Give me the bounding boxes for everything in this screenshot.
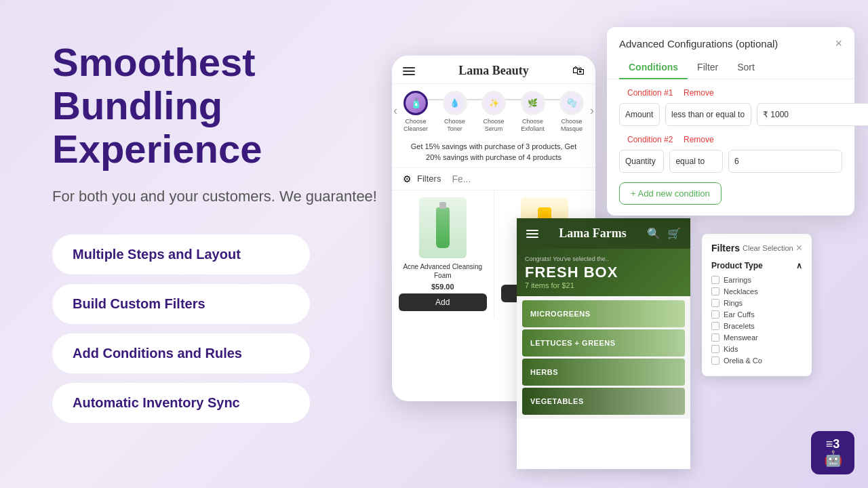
filter-label-earcuffs: Ear Cuffs bbox=[724, 310, 755, 319]
farms-panel: Lama Farms 🔍 🛒 Congrats! You've selected… bbox=[517, 218, 690, 469]
phone-savings-text: Get 15% savings with purchase of 3 produ… bbox=[392, 137, 595, 168]
filters-close-button[interactable]: × bbox=[796, 242, 802, 254]
feature-btn-add-conditions[interactable]: Add Conditions and Rules bbox=[52, 333, 310, 373]
filters-clear-selection-button[interactable]: Clear Selection bbox=[743, 244, 793, 252]
filter-checkbox-earcuffs[interactable] bbox=[711, 310, 719, 319]
filter-label-earrings: Earrings bbox=[724, 276, 751, 284]
filter-product-type-toggle[interactable]: Product Type ∧ bbox=[711, 261, 802, 270]
filter-label-bracelets: Bracelets bbox=[724, 322, 755, 330]
step-item-cleanser[interactable]: 🧴 ChooseCleanser bbox=[397, 91, 434, 133]
filter-options-list: Earrings Necklaces Rings Ear Cuffs Brace… bbox=[711, 276, 802, 365]
step-circle-exfoliant: 🌿 bbox=[521, 91, 545, 115]
chevron-up-icon: ∧ bbox=[796, 261, 802, 270]
tab-conditions[interactable]: Conditions bbox=[619, 56, 688, 79]
phone-filters-bar: ⚙ Filters Fe... bbox=[392, 168, 595, 190]
filter-category-label: Product Type bbox=[711, 261, 763, 270]
cart-icon[interactable]: 🛍 bbox=[572, 64, 585, 78]
filter-checkbox-orelia[interactable] bbox=[711, 357, 719, 365]
condition-1-value-input[interactable] bbox=[757, 103, 868, 126]
filter-label-necklaces: Necklaces bbox=[724, 287, 758, 296]
product-price-1: $59.00 bbox=[431, 283, 454, 291]
add-product-1-button[interactable]: Add bbox=[399, 293, 487, 311]
product-card-1: Acne Advanced Cleansing Foam $59.00 Add bbox=[392, 190, 494, 318]
config-header: Advanced Configurations (optional) × bbox=[607, 27, 854, 51]
config-title: Advanced Configurations (optional) bbox=[619, 38, 778, 49]
filter-checkbox-bracelets[interactable] bbox=[711, 322, 719, 330]
step-item-exfoliant[interactable]: 🌿 ChooseExfoliant bbox=[515, 91, 551, 133]
step-item-toner[interactable]: 💧 ChooseToner bbox=[437, 91, 473, 133]
filter-checkbox-rings[interactable] bbox=[711, 299, 719, 307]
step-circle-serum: ✨ bbox=[481, 91, 506, 115]
left-section: Smoothest Bundling Experience For both y… bbox=[52, 41, 384, 423]
filter-option-necklaces: Necklaces bbox=[711, 287, 802, 296]
condition-2-value-input[interactable] bbox=[728, 150, 842, 173]
brand-logo: ≡3 🤖 bbox=[811, 431, 854, 474]
farms-cart-icon[interactable]: 🛒 bbox=[667, 227, 681, 240]
step-label-masque: ChooseMasque bbox=[561, 118, 583, 133]
next-step-button[interactable]: › bbox=[590, 103, 594, 117]
feature-btn-build-filters[interactable]: Build Custom Filters bbox=[52, 284, 310, 324]
farms-banner-subtitle: 7 items for $21 bbox=[525, 281, 574, 289]
filter-option-rings: Rings bbox=[711, 299, 802, 307]
filter-label-kids: Kids bbox=[724, 345, 738, 353]
filter-label-orelia: Orelia & Co bbox=[724, 357, 762, 365]
step-indicators: ‹ 🧴 ChooseCleanser 💧 ChooseToner ✨ Choos… bbox=[392, 84, 595, 137]
product-name-1: Acne Advanced Cleansing Foam bbox=[399, 262, 487, 280]
condition-1-operator-select[interactable]: less than or equal to bbox=[665, 103, 751, 126]
step-item-masque[interactable]: 🫧 ChooseMasque bbox=[553, 91, 590, 133]
product-image-1 bbox=[419, 197, 467, 258]
condition-1-field-select[interactable]: Amount bbox=[619, 103, 660, 126]
step-circle-cleanser: 🧴 bbox=[403, 91, 428, 115]
condition-2-block: Condition #2 Remove Quantity equal to bbox=[607, 126, 854, 173]
category-microgreens-button[interactable]: MICROGREENS bbox=[522, 300, 685, 327]
feature-btn-multiple-steps[interactable]: Multiple Steps and Layout bbox=[52, 235, 310, 274]
hamburger-icon[interactable] bbox=[403, 67, 415, 75]
config-panel: Advanced Configurations (optional) × Con… bbox=[607, 27, 854, 216]
condition-2-operator-select[interactable]: equal to bbox=[669, 150, 723, 173]
step-label-toner: ChooseToner bbox=[444, 118, 465, 133]
farms-banner: Congrats! You've selected the.. FRESH BO… bbox=[517, 249, 690, 296]
condition-1-remove[interactable]: Remove bbox=[684, 88, 714, 98]
tab-filter[interactable]: Filter bbox=[688, 56, 728, 79]
filter-label-menswear: Menswear bbox=[724, 333, 758, 342]
add-new-condition-button[interactable]: + Add new condition bbox=[619, 182, 722, 205]
farms-hamburger-icon[interactable] bbox=[526, 230, 538, 238]
condition-1-row: Amount less than or equal to bbox=[619, 103, 842, 126]
filters-panel: Filters Clear Selection × Product Type ∧… bbox=[702, 234, 812, 376]
brand-logo-text: ≡3 bbox=[826, 438, 840, 450]
farms-logo: Lama Farms bbox=[559, 226, 626, 241]
category-lettuces-button[interactable]: LETTUCES + GREENS bbox=[522, 329, 685, 357]
prev-step-button[interactable]: ‹ bbox=[393, 103, 397, 117]
filter-option-menswear: Menswear bbox=[711, 333, 802, 342]
filter-option-kids: Kids bbox=[711, 345, 802, 353]
category-vegetables-button[interactable]: VEGETABLES bbox=[522, 388, 685, 415]
filter-option-orelia: Orelia & Co bbox=[711, 357, 802, 365]
filter-option-earrings: Earrings bbox=[711, 276, 802, 284]
farms-search-icon[interactable]: 🔍 bbox=[647, 227, 660, 240]
config-tabs: Conditions Filter Sort bbox=[607, 51, 854, 79]
category-herbs-button[interactable]: HERBS bbox=[522, 359, 685, 386]
filter-checkbox-necklaces[interactable] bbox=[711, 287, 719, 296]
feature-btn-inventory-sync[interactable]: Automatic Inventory Sync bbox=[52, 383, 310, 423]
step-circle-toner: 💧 bbox=[443, 91, 467, 115]
phone-header: Lama Beauty 🛍 bbox=[392, 56, 595, 84]
filter-checkbox-menswear[interactable] bbox=[711, 333, 719, 342]
tab-sort[interactable]: Sort bbox=[728, 56, 764, 79]
filter-option-bracelets: Bracelets bbox=[711, 322, 802, 330]
phone-filters-label: Filters bbox=[417, 174, 441, 184]
condition-2-label: Condition #2 Remove bbox=[619, 134, 842, 144]
filters-panel-header: Filters Clear Selection × bbox=[711, 242, 802, 254]
step-label-cleanser: ChooseCleanser bbox=[403, 118, 428, 133]
farms-icons: 🔍 🛒 bbox=[647, 227, 681, 240]
filter-checkbox-kids[interactable] bbox=[711, 345, 719, 353]
step-label-exfoliant: ChooseExfoliant bbox=[521, 118, 545, 133]
step-item-serum[interactable]: ✨ ChooseSerum bbox=[475, 91, 512, 133]
filter-option-earcuffs: Ear Cuffs bbox=[711, 310, 802, 319]
config-close-button[interactable]: × bbox=[835, 37, 842, 51]
main-title: Smoothest Bundling Experience bbox=[52, 41, 384, 170]
condition-2-field-select[interactable]: Quantity bbox=[619, 150, 664, 173]
phone-logo: Lama Beauty bbox=[458, 64, 529, 78]
filter-checkbox-earrings[interactable] bbox=[711, 276, 719, 284]
condition-1-label: Condition #1 Remove bbox=[619, 87, 842, 98]
condition-2-remove[interactable]: Remove bbox=[684, 135, 714, 144]
